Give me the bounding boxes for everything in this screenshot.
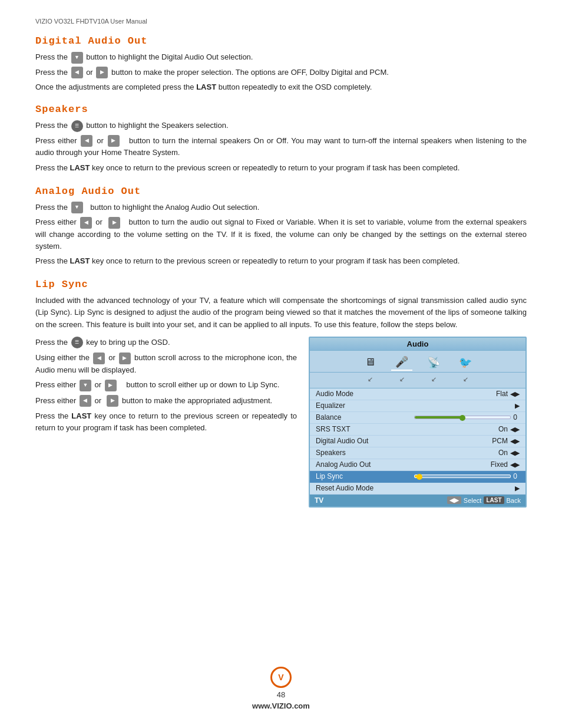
lip-sync-layout: Press the key to bring up the OSD. Using…	[35, 337, 527, 508]
osd-sub-icons-row: ↙ ↙ ↙ ↙	[310, 373, 525, 388]
lip-sync-bar-dot	[416, 474, 422, 480]
left-button-icon2	[81, 135, 92, 147]
page-url: www.VIZIO.com	[252, 701, 310, 710]
header-text: VIZIO VO32L FHDTV10A User Manual	[35, 18, 527, 25]
right-button-icon3	[108, 217, 120, 229]
osd-row-digital-audio: Digital Audio Out PCM ◀▶	[310, 436, 525, 447]
right-btn-icon5	[107, 395, 118, 407]
osd-icons-row: 🖥 🎤 📡 🐦	[310, 351, 525, 373]
osd-sub-icon-3: ↙	[423, 374, 444, 386]
select-label: Select	[464, 497, 482, 504]
speakers-para2: Press either or button to turn the inter…	[35, 135, 527, 159]
speakers-title: Speakers	[35, 104, 527, 115]
analog-audio-out-section: Analog Audio Out Press the button to hig…	[35, 186, 527, 268]
analog-audio-out-title: Analog Audio Out	[35, 186, 527, 197]
page-number: 48	[277, 690, 285, 699]
osd-title: Audio	[310, 338, 525, 351]
menu-button-icon	[71, 120, 83, 132]
analog-para2: Press either or button to turn the audio…	[35, 216, 527, 252]
right-button-icon	[96, 67, 108, 78]
balance-bar-dot	[459, 415, 465, 421]
lip-step2: Using either the or button scroll across…	[35, 352, 297, 375]
last-bold3: LAST	[70, 256, 90, 265]
left-btn-icon4	[93, 353, 105, 364]
left-button-icon	[71, 67, 83, 78]
osd-row-equalizer: Equalizer ▶	[310, 400, 525, 412]
page: VIZIO VO32L FHDTV10A User Manual Digital…	[0, 0, 562, 728]
lip-step4: Press either or button to make the appro…	[35, 395, 297, 407]
last-bold4: LAST	[71, 411, 91, 420]
osd-row-balance: Balance 0	[310, 412, 525, 424]
left-btn-icon5	[80, 395, 91, 407]
speakers-para3: Press the LAST key once to return to the…	[35, 162, 527, 174]
down-btn-icon3	[80, 380, 91, 391]
speakers-section: Speakers Press the button to highlight t…	[35, 104, 527, 173]
osd-icon-extra: 🐦	[455, 354, 476, 371]
down-button-icon	[71, 52, 83, 64]
osd-sub-icon-1: ↙	[359, 374, 381, 386]
select-key: ◀▶	[447, 496, 461, 504]
osd-footer-controls: ◀▶ Select LAST Back	[447, 496, 521, 504]
v-button-icon	[71, 337, 83, 348]
osd-sub-icon-4: ↙	[455, 374, 476, 386]
osd-rows: Audio Mode Flat ◀▶ Equalizer ▶ Balance	[310, 388, 525, 495]
lip-sync-intro: Included with the advanced technology of…	[35, 295, 527, 330]
digital-para1: Press the button to highlight the Digita…	[35, 51, 527, 64]
speakers-para1: Press the button to highlight the Speake…	[35, 120, 527, 132]
osd-row-lip-sync: Lip Sync 0	[310, 471, 525, 483]
osd-footer-tv: TV	[315, 496, 323, 505]
osd-sub-icon-2: ↙	[391, 374, 412, 386]
osd-row-speakers: Speakers On ◀▶	[310, 447, 525, 459]
lip-sync-text-col: Press the key to bring up the OSD. Using…	[35, 337, 297, 508]
osd-row-analog-audio: Analog Audio Out Fixed ◀▶	[310, 459, 525, 471]
lip-step3: Press either or button to scroll either …	[35, 379, 297, 391]
last-bold2: LAST	[70, 163, 90, 172]
osd-footer: TV ◀▶ Select LAST Back	[310, 495, 525, 506]
osd-icon-display: 🖥	[359, 354, 381, 371]
right-btn-icon4	[119, 353, 131, 364]
lip-sync-section: Lip Sync Included with the advanced tech…	[35, 279, 527, 507]
back-key: LAST	[484, 496, 504, 504]
analog-para3: Press the LAST key once to return to the…	[35, 255, 527, 267]
osd-icon-audio: 🎤	[391, 354, 412, 371]
up-btn-icon	[105, 380, 117, 391]
osd-row-reset: Reset Audio Mode ▶	[310, 483, 525, 495]
osd-icon-signal: 📡	[423, 354, 444, 371]
page-footer: V 48 www.VIZIO.com	[0, 667, 562, 710]
analog-para1: Press the button to highlight the Analog…	[35, 202, 527, 214]
digital-audio-out-section: Digital Audio Out Press the button to hi…	[35, 35, 527, 93]
lip-sync-title: Lip Sync	[35, 279, 527, 290]
lip-step1: Press the key to bring up the OSD.	[35, 337, 297, 349]
right-button-icon2	[108, 135, 120, 147]
osd-row-audio-mode: Audio Mode Flat ◀▶	[310, 388, 525, 400]
balance-bar-fill	[415, 416, 462, 419]
digital-audio-out-title: Digital Audio Out	[35, 35, 527, 47]
digital-para2: Press the or button to make the proper s…	[35, 67, 527, 79]
left-button-icon3	[80, 217, 92, 229]
vizio-logo: V	[270, 667, 292, 688]
lip-sync-bar	[414, 475, 511, 478]
lip-step5: Press the LAST key once to return to the…	[35, 410, 297, 433]
digital-para3: Once the adjustments are completed press…	[35, 81, 527, 93]
down-button-icon2	[71, 202, 83, 213]
balance-bar	[414, 416, 511, 419]
osd-menu-box: Audio 🖥 🎤 📡 🐦 ↙ ↙ ↙ ↙ Audio Mode	[309, 337, 527, 508]
back-label: Back	[507, 497, 521, 504]
osd-row-srs: SRS TSXT On ◀▶	[310, 424, 525, 436]
last-bold: LAST	[196, 83, 216, 91]
